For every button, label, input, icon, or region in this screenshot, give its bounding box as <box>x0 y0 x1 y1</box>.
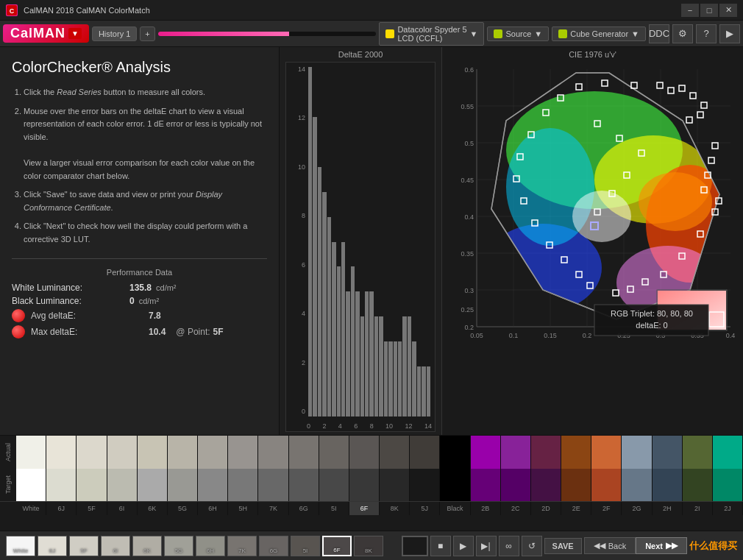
swatch-target <box>138 469 167 502</box>
source-dropdown[interactable]: Source ▼ <box>487 26 549 41</box>
stop-button[interactable]: ■ <box>430 536 451 556</box>
swatch-name-label[interactable]: 2I <box>683 502 713 515</box>
swatch-name-label[interactable]: 2F <box>591 502 622 515</box>
swatch-name-label[interactable]: 6F <box>349 502 380 515</box>
svg-text:0.05: 0.05 <box>470 332 483 339</box>
nav-swatch-item[interactable]: 6G <box>259 536 288 556</box>
device-dropdown[interactable]: Datacolor Spyder 5LCD (CCFL) ▼ <box>379 22 484 46</box>
swatch-item[interactable] <box>591 436 622 501</box>
swatch-item[interactable] <box>77 436 107 501</box>
swatch-name-label[interactable]: 7K <box>258 502 288 515</box>
history-tab[interactable]: History 1 <box>92 26 137 41</box>
page-title: ColorChecker® Analysis <box>12 59 267 76</box>
help-button[interactable]: ? <box>696 24 717 43</box>
swatch-item[interactable] <box>198 436 228 501</box>
swatch-name-label[interactable]: 5G <box>168 502 198 515</box>
logo-dropdown-button[interactable]: ▼ <box>68 28 82 39</box>
add-tab-button[interactable]: + <box>140 26 154 41</box>
swatch-item[interactable] <box>349 436 380 501</box>
swatch-name-label[interactable]: 2C <box>501 502 531 515</box>
swatch-item[interactable] <box>319 436 349 501</box>
swatch-item[interactable] <box>16 436 46 501</box>
swatch-item[interactable] <box>289 436 319 501</box>
maximize-button[interactable]: □ <box>700 4 718 17</box>
swatch-item[interactable] <box>258 436 288 501</box>
nav-swatch-item[interactable]: White <box>6 536 35 556</box>
swatch-name-label[interactable]: 6G <box>289 502 319 515</box>
nav-swatch-item[interactable]: 5I <box>291 536 320 556</box>
swatch-name-label[interactable]: 2J <box>713 502 743 515</box>
swatch-item[interactable] <box>622 436 652 501</box>
nav-swatch-item[interactable]: 6I <box>101 536 130 556</box>
swatch-name-label[interactable]: 2D <box>531 502 561 515</box>
swatch-item[interactable] <box>138 436 168 501</box>
swatch-item[interactable] <box>380 436 410 501</box>
swatch-name-label[interactable]: 6H <box>198 502 228 515</box>
title-bar: C CalMAN 2018 CalMAN ColorMatch − □ ✕ <box>0 0 743 21</box>
svg-text:0.3: 0.3 <box>464 287 474 294</box>
back-button[interactable]: ◀◀ Back <box>584 537 636 554</box>
nav-swatch-item[interactable]: 8K <box>354 536 383 556</box>
save-button[interactable]: SAVE <box>544 538 582 554</box>
swatch-item[interactable] <box>471 436 501 501</box>
nav-swatch-item[interactable]: 5G <box>164 536 193 556</box>
swatch-name-label[interactable]: 2B <box>471 502 501 515</box>
ddc-button[interactable]: DDC <box>649 24 669 43</box>
step-button[interactable]: ▶| <box>476 536 497 556</box>
swatch-name-label[interactable]: 8K <box>380 502 410 515</box>
swatch-item[interactable] <box>107 436 138 501</box>
swatch-target <box>531 469 561 502</box>
nav-swatch-item[interactable]: 6F <box>322 536 352 556</box>
swatch-item[interactable] <box>561 436 591 501</box>
swatch-item[interactable] <box>531 436 561 501</box>
swatch-name-label[interactable]: 2H <box>653 502 683 515</box>
swatch-item[interactable] <box>46 436 77 501</box>
refresh-button[interactable]: ↺ <box>522 536 542 556</box>
swatch-item[interactable] <box>440 436 470 501</box>
svg-text:0.25: 0.25 <box>461 306 474 313</box>
swatch-item[interactable] <box>501 436 531 501</box>
swatch-name-label[interactable]: 5F <box>77 502 107 515</box>
swatch-item[interactable] <box>168 436 198 501</box>
swatch-name-label[interactable]: 2E <box>561 502 591 515</box>
swatch-item[interactable] <box>713 436 743 501</box>
generator-dropdown[interactable]: Cube Generator ▼ <box>552 26 646 41</box>
nav-swatch-item[interactable]: 5F <box>69 536 99 556</box>
bar-item <box>332 242 335 417</box>
swatch-item[interactable] <box>683 436 713 501</box>
swatch-name-label[interactable]: 6I <box>107 502 138 515</box>
swatch-name-label[interactable]: 6K <box>138 502 168 515</box>
swatch-actual <box>471 436 500 469</box>
swatch-name-label[interactable]: 5I <box>319 502 349 515</box>
swatch-item[interactable] <box>653 436 683 501</box>
avg-delta-row: Avg deltaE: 7.8 <box>12 309 267 322</box>
black-lum-unit: cd/m² <box>139 297 160 305</box>
play-button[interactable]: ▶ <box>453 536 474 556</box>
swatch-target <box>228 469 257 502</box>
swatch-name-label[interactable]: 2G <box>622 502 652 515</box>
swatch-item[interactable] <box>410 436 440 501</box>
nav-swatch-item[interactable]: 7K <box>227 536 257 556</box>
swatch-name-label[interactable]: 5H <box>228 502 258 515</box>
next-button[interactable]: Next ▶▶ <box>636 537 687 554</box>
progress-fill <box>158 32 289 36</box>
max-delta-indicator <box>12 325 25 339</box>
swatch-name-label[interactable]: 5J <box>410 502 440 515</box>
close-button[interactable]: ✕ <box>719 4 737 17</box>
swatch-name-label[interactable]: 6J <box>46 502 77 515</box>
minimize-button[interactable]: − <box>681 4 699 17</box>
swatch-item[interactable] <box>228 436 258 501</box>
swatch-name-label[interactable]: Black <box>440 502 470 515</box>
nav-swatch-item[interactable]: 6K <box>132 536 162 556</box>
instruction-4: Click "Next" to check how well the displ… <box>24 220 267 246</box>
settings-button[interactable]: ⚙ <box>672 24 693 43</box>
screen-toggle[interactable] <box>402 536 428 556</box>
nav-arrow-button[interactable]: ▶ <box>719 24 740 43</box>
swatches-section: Actual Target White6J5F6I6K5G6H5H7K6G5I6… <box>0 435 743 531</box>
avg-delta-value: 7.8 <box>149 311 161 321</box>
swatch-name-label[interactable]: White <box>16 502 46 515</box>
loop-button[interactable]: ∞ <box>499 536 519 556</box>
swatch-target <box>319 469 349 502</box>
nav-swatch-item[interactable]: 6H <box>196 536 225 556</box>
nav-swatch-item[interactable]: 6J <box>38 536 67 556</box>
